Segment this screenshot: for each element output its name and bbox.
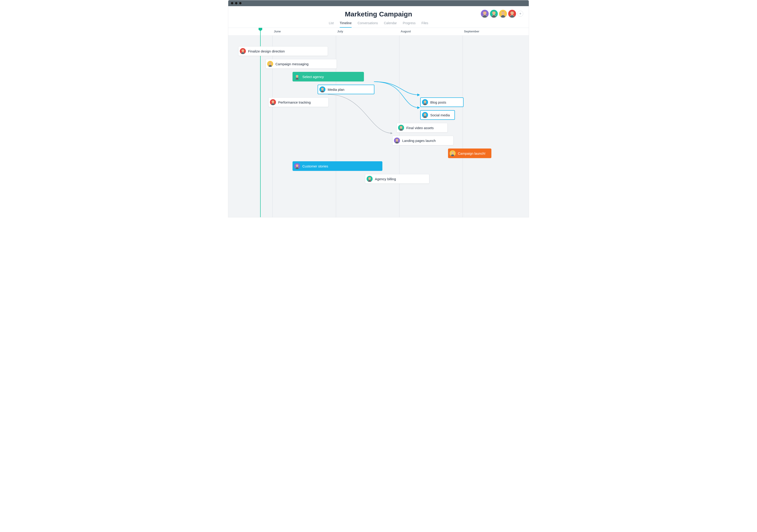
assignee-avatar bbox=[240, 48, 246, 54]
task-bar-campaign-launch[interactable]: Campaign launch! bbox=[448, 148, 491, 158]
collaborator-avatar[interactable] bbox=[481, 10, 489, 17]
collaborator-avatars: + bbox=[481, 10, 523, 17]
tab-list[interactable]: List bbox=[329, 21, 334, 28]
month-label: July bbox=[337, 30, 343, 33]
task-bar-performance-track[interactable]: Performance tracking bbox=[268, 97, 329, 107]
task-bar-media-plan[interactable]: Media plan bbox=[318, 85, 375, 94]
svg-point-5 bbox=[501, 11, 505, 15]
task-bar-landing-pages[interactable]: Landing pages launch bbox=[392, 136, 454, 145]
svg-point-3 bbox=[492, 11, 496, 15]
svg-point-17 bbox=[272, 100, 274, 103]
task-bar-blog-posts[interactable]: Blog posts bbox=[420, 97, 464, 107]
task-bar-agency-billing[interactable]: Agency billing bbox=[365, 174, 429, 184]
svg-point-15 bbox=[321, 88, 323, 90]
assignee-avatar bbox=[270, 99, 276, 105]
tab-calendar[interactable]: Calendar bbox=[384, 21, 397, 28]
task-label: Campaign launch! bbox=[458, 151, 485, 155]
collaborator-avatar[interactable] bbox=[508, 10, 516, 17]
svg-point-21 bbox=[424, 113, 426, 116]
svg-point-9 bbox=[241, 49, 244, 52]
tab-conversations[interactable]: Conversations bbox=[357, 21, 378, 28]
task-label: Campaign messaging bbox=[275, 62, 309, 66]
month-label: September bbox=[464, 30, 479, 33]
task-bar-select-agency[interactable]: Select agency bbox=[292, 72, 364, 81]
assignee-avatar bbox=[267, 61, 273, 67]
assignee-avatar bbox=[422, 99, 428, 105]
task-label: Agency billing bbox=[375, 177, 396, 181]
svg-point-1 bbox=[483, 11, 487, 15]
task-label: Final video assets bbox=[406, 126, 434, 130]
collaborator-avatar[interactable] bbox=[499, 10, 507, 17]
task-bar-customer-stories[interactable]: Customer stories bbox=[292, 161, 382, 171]
svg-point-25 bbox=[396, 139, 398, 141]
tab-progress[interactable]: Progress bbox=[403, 21, 415, 28]
task-bar-social-media[interactable]: Social media bbox=[420, 110, 455, 120]
task-label: Finalize design direction bbox=[248, 49, 285, 53]
month-label: August bbox=[401, 30, 411, 33]
task-bar-campaign-messaging[interactable]: Campaign messaging bbox=[266, 59, 337, 69]
task-label: Blog posts bbox=[430, 100, 446, 104]
svg-point-19 bbox=[424, 100, 426, 103]
task-label: Landing pages launch bbox=[402, 139, 436, 142]
timeline-view[interactable]: JuneJulyAugustSeptember Finalize design … bbox=[228, 28, 529, 217]
view-tabs: ListTimelineConversationsCalendarProgres… bbox=[228, 21, 529, 28]
svg-point-23 bbox=[400, 126, 402, 128]
task-label: Performance tracking bbox=[278, 100, 311, 104]
task-bar-finalize-design[interactable]: Finalize design direction bbox=[238, 46, 328, 56]
window-traffic-dot bbox=[231, 2, 233, 4]
window-traffic-dot bbox=[239, 2, 241, 4]
tab-timeline[interactable]: Timeline bbox=[340, 21, 351, 28]
assignee-avatar bbox=[367, 176, 373, 182]
timeline-month-header: JuneJulyAugustSeptember bbox=[228, 28, 529, 36]
task-bar-final-video[interactable]: Final video assets bbox=[397, 123, 448, 133]
collaborator-avatar[interactable] bbox=[490, 10, 498, 17]
window-titlebar bbox=[228, 0, 529, 6]
task-label: Select agency bbox=[302, 75, 324, 79]
month-label: June bbox=[274, 30, 281, 33]
assignee-avatar bbox=[294, 74, 300, 79]
assignee-avatar bbox=[294, 163, 300, 169]
dependency-arrow bbox=[374, 82, 419, 108]
dependency-arrow bbox=[328, 94, 392, 133]
svg-point-11 bbox=[269, 62, 271, 65]
tab-files[interactable]: Files bbox=[421, 21, 428, 28]
task-label: Social media bbox=[430, 113, 450, 117]
svg-point-7 bbox=[510, 11, 514, 15]
today-marker bbox=[260, 28, 260, 217]
svg-point-31 bbox=[368, 177, 371, 179]
month-gridline bbox=[463, 36, 463, 217]
assignee-avatar bbox=[422, 112, 428, 118]
assignee-avatar bbox=[398, 125, 404, 131]
svg-point-29 bbox=[296, 164, 298, 167]
svg-point-27 bbox=[451, 151, 454, 154]
add-collaborator-button[interactable]: + bbox=[517, 11, 523, 16]
dependency-arrow bbox=[374, 82, 419, 95]
assignee-avatar bbox=[450, 150, 456, 156]
svg-point-13 bbox=[296, 75, 298, 77]
window-traffic-dot bbox=[235, 2, 237, 4]
app-header: Marketing Campaign + ListTimelineConvers… bbox=[228, 6, 529, 28]
task-label: Media plan bbox=[328, 88, 344, 91]
task-label: Customer stories bbox=[302, 164, 328, 168]
assignee-avatar bbox=[319, 86, 325, 92]
assignee-avatar bbox=[394, 138, 400, 143]
dependency-connectors bbox=[228, 28, 529, 217]
app-window: Marketing Campaign + ListTimelineConvers… bbox=[228, 0, 529, 217]
